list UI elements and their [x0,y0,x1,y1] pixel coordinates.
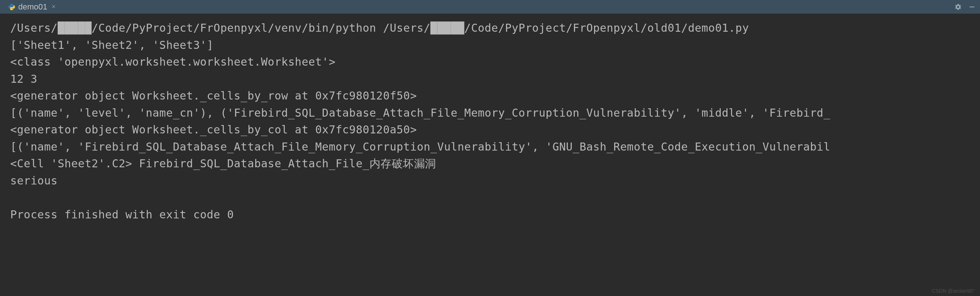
console-line: <Cell 'Sheet2'.C2> Firebird_SQL_Database… [10,155,970,173]
console-line: <generator object Worksheet._cells_by_ro… [10,87,970,104]
close-icon[interactable]: × [50,3,56,11]
console-line: <generator object Worksheet._cells_by_co… [10,121,970,139]
console-line: ['Sheet1', 'Sheet2', 'Sheet3'] [10,37,970,54]
tab-label: demo01 [18,2,48,12]
tab-area: demo01 × [5,0,59,13]
console-line: /Users/█████/Code/PyProject/FrOpenpyxl/v… [10,20,970,37]
console-line: [('name', 'Firebird_SQL_Database_Attach_… [10,139,970,156]
tab-demo01[interactable]: demo01 × [5,0,59,13]
console-line: <class 'openpyxl.worksheet.worksheet.Wor… [10,54,970,71]
console-blank-line [10,189,970,206]
watermark: CSDN @arctan90° [932,288,975,294]
minimize-icon[interactable] [968,3,975,11]
header-bar: demo01 × [0,0,980,14]
header-controls [955,3,975,11]
console-line: 12 3 [10,71,970,88]
python-icon [8,3,15,11]
console-output: /Users/█████/Code/PyProject/FrOpenpyxl/v… [0,14,980,229]
console-line: serious [10,173,970,190]
console-line: [('name', 'level', 'name_cn'), ('Firebir… [10,104,970,122]
gear-icon[interactable] [955,3,962,11]
console-line: Process finished with exit code 0 [10,206,970,223]
